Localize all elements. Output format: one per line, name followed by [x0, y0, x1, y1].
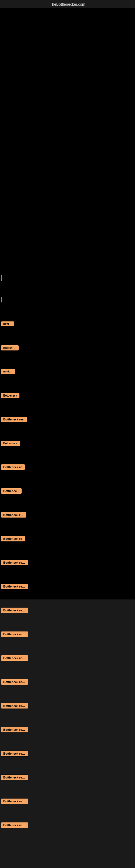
bottleneck-badge: Bottleneck result: [1, 727, 28, 733]
bottleneck-badge: Bottleneck resu: [1, 512, 26, 518]
bottleneck-badge: Bottleneck: [1, 345, 18, 350]
bottleneck-badge: Bottleneck result: [1, 751, 28, 756]
bottleneck-item[interactable]: Bottleneck result: [0, 694, 135, 718]
bottleneck-badge: Bottl: [1, 321, 14, 326]
bottleneck-item[interactable]: Bottleneck result: [0, 622, 135, 646]
bottleneck-badge: Bottle: [1, 369, 15, 374]
bottleneck-badge: Bottleneck re: [1, 464, 25, 470]
bottleneck-badge: Bottleneck result: [1, 679, 28, 685]
bottleneck-badge: Bottleneck res: [1, 416, 27, 422]
bottleneck-item[interactable]: Bottleneck re: [0, 527, 135, 551]
bottleneck-item[interactable]: Bottleneck result: [0, 646, 135, 670]
bottleneck-item[interactable]: Bottleneck: [0, 431, 135, 455]
bottleneck-badge: Bottleneck result: [1, 775, 28, 780]
bottleneck-badge: Bottleneck result: [1, 631, 28, 637]
bottleneck-item[interactable]: Bottleneck: [0, 383, 135, 407]
bottleneck-item[interactable]: Bottleneck result: [0, 742, 135, 766]
bottleneck-badge: Bottleneck result: [1, 799, 28, 804]
site-title: TheBottlenecker.com: [50, 2, 85, 6]
bottleneck-badge: Bottleneck result: [1, 560, 28, 565]
cursor-line-1: [1, 275, 2, 281]
bottleneck-item[interactable]: Bottl: [0, 312, 135, 336]
bottleneck-badge: Bottleneck result: [1, 608, 28, 613]
bottleneck-item[interactable]: Bottleneck result: [0, 575, 135, 598]
cursor-line-2: [1, 297, 2, 303]
bottleneck-item[interactable]: Bottleneck result: [0, 789, 135, 813]
bottleneck-badge: Bottlenec: [1, 488, 21, 494]
bottleneck-items-container: BottlBottleneckBottleBottleneckBottlenec…: [0, 312, 135, 837]
bottleneck-badge: Bottleneck: [1, 393, 19, 398]
bottleneck-item[interactable]: Bottleneck re: [0, 455, 135, 479]
bottleneck-badge: Bottleneck re: [1, 536, 25, 541]
bottleneck-item[interactable]: Bottleneck result: [0, 766, 135, 789]
bottleneck-item[interactable]: Bottleneck result: [0, 670, 135, 694]
bottleneck-badge: Bottleneck: [1, 441, 20, 446]
bottleneck-badge: Bottleneck result: [1, 703, 28, 709]
chart-area: [0, 8, 135, 138]
bottleneck-item[interactable]: Bottleneck res: [0, 407, 135, 431]
bottleneck-item[interactable]: Bottleneck: [0, 336, 135, 360]
bottleneck-item[interactable]: Bottleneck resu: [0, 503, 135, 527]
bottleneck-item[interactable]: Bottleneck result: [0, 813, 135, 837]
bottleneck-item[interactable]: Bottleneck result: [0, 718, 135, 742]
bottleneck-item[interactable]: Bottle: [0, 360, 135, 383]
bottleneck-badge: Bottleneck result: [1, 655, 28, 661]
bottleneck-item[interactable]: Bottlenec: [0, 479, 135, 503]
bottleneck-item[interactable]: Bottleneck result: [0, 598, 135, 622]
bottleneck-item[interactable]: Bottleneck result: [0, 551, 135, 575]
bottleneck-badge: Bottleneck result: [1, 584, 28, 589]
bottleneck-badge: Bottleneck result: [1, 823, 28, 828]
